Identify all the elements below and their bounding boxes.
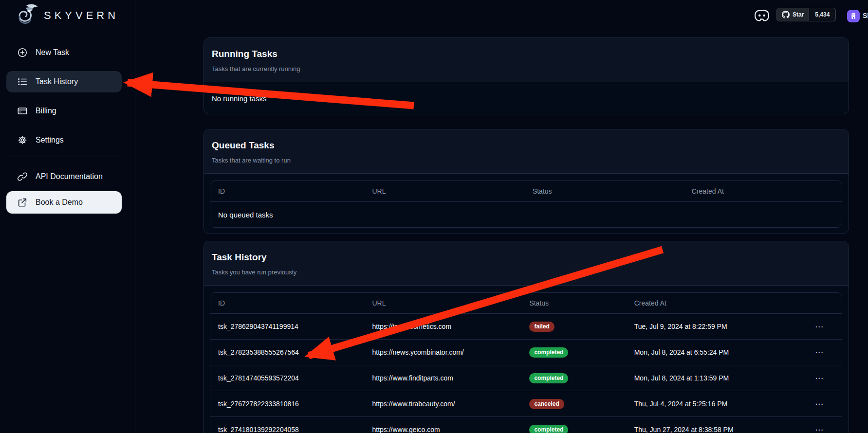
task-status-cell: completed xyxy=(521,373,626,383)
column-header-id: ID xyxy=(210,187,364,195)
running-tasks-title: Running Tasks xyxy=(212,49,841,59)
queued-tasks-title: Queued Tasks xyxy=(212,140,841,151)
gear-icon xyxy=(17,135,28,145)
sidebar-item-label: API Documentation xyxy=(36,172,103,181)
skyvern-app: { "brand": { "name": "SKYVERN" }, "sideb… xyxy=(0,0,868,433)
table-row[interactable]: tsk_278147405593572204https://www.findit… xyxy=(210,365,842,391)
sidebar-nav-main: New TaskTask HistoryBillingSettings xyxy=(6,42,122,159)
sidebar-item-new-task[interactable]: New Task xyxy=(6,42,122,63)
task-history-subtitle: Tasks you have run previously xyxy=(212,269,841,276)
table-row[interactable]: tsk_274180139292204058https://www.geico.… xyxy=(210,416,842,433)
user-name-clipped[interactable]: Sk xyxy=(863,12,868,19)
status-badge: completed xyxy=(529,425,568,433)
github-star-widget[interactable]: Star 5,434 xyxy=(776,8,836,21)
task-created-at-cell: Mon, Jul 8, 2024 at 1:13:59 PM xyxy=(627,374,797,382)
task-created-at-cell: Mon, Jul 8, 2024 at 6:55:24 PM xyxy=(627,348,797,356)
history-table-header-row: IDURLStatusCreated At xyxy=(210,293,842,313)
task-url-cell: https://news.ycombinator.com/ xyxy=(364,348,521,356)
status-badge: completed xyxy=(529,373,568,383)
task-created-at-cell: Thu, Jun 27, 2024 at 8:38:58 PM xyxy=(627,426,797,433)
task-url-cell: https://www.finditparts.com xyxy=(364,374,521,382)
row-actions-button[interactable]: ⋯ xyxy=(797,425,842,433)
column-header-url: URL xyxy=(364,299,521,307)
queued-tasks-subtitle: Tasks that are waiting to run xyxy=(212,157,841,164)
sidebar-item-book-a-demo[interactable]: Book a Demo xyxy=(6,191,122,214)
task-url-cell: https://www.tirabeauty.com/ xyxy=(364,400,521,408)
task-history-title: Task History xyxy=(212,252,841,263)
status-badge: completed xyxy=(529,347,568,358)
sidebar-nav-secondary: API DocumentationBook a Demo xyxy=(6,166,122,217)
status-badge: canceled xyxy=(529,399,564,409)
row-actions-button[interactable]: ⋯ xyxy=(797,322,842,332)
sidebar-item-label: New Task xyxy=(36,48,69,57)
brand-name: SKYVERN xyxy=(44,9,119,22)
github-star-count[interactable]: 5,434 xyxy=(809,8,836,21)
list-icon xyxy=(17,76,28,87)
queued-tasks-header: Queued Tasks Tasks that are waiting to r… xyxy=(204,129,849,174)
user-avatar[interactable] xyxy=(847,10,860,22)
task-history-table: IDURLStatusCreated At tsk_27862904374119… xyxy=(210,292,842,433)
link-icon xyxy=(17,171,28,182)
github-star-label: Star xyxy=(793,11,804,18)
status-badge: failed xyxy=(529,322,554,332)
column-header-id: ID xyxy=(210,299,364,307)
column-header-created-at: Created At xyxy=(684,187,842,195)
sidebar-item-label: Task History xyxy=(36,77,78,86)
history-table-body: tsk_278629043741199914https://tartecosme… xyxy=(210,313,842,433)
running-tasks-header: Running Tasks Tasks that are currently r… xyxy=(204,38,849,82)
sidebar-divider xyxy=(8,157,121,157)
queued-table-header-row: IDURLStatusCreated At xyxy=(210,181,842,201)
task-id-cell: tsk_276727822333810816 xyxy=(210,400,364,408)
github-icon xyxy=(782,11,790,18)
task-url-cell: https://tartecosmetics.com xyxy=(364,323,521,330)
column-header-created-at: Created At xyxy=(627,299,797,307)
task-status-cell: failed xyxy=(521,322,626,332)
running-tasks-card: Running Tasks Tasks that are currently r… xyxy=(203,37,849,114)
queued-tasks-table: IDURLStatusCreated At No queued tasks xyxy=(210,180,842,228)
row-actions-button[interactable]: ⋯ xyxy=(797,399,842,409)
column-header-status: Status xyxy=(521,299,626,307)
sidebar-item-billing[interactable]: Billing xyxy=(6,100,122,122)
external-link-icon xyxy=(17,197,28,208)
plus-circle-icon xyxy=(17,47,28,58)
discord-icon[interactable] xyxy=(755,9,769,22)
queued-tasks-card: Queued Tasks Tasks that are waiting to r… xyxy=(203,129,849,234)
task-id-cell: tsk_278629043741199914 xyxy=(210,323,364,330)
column-header-url: URL xyxy=(364,187,524,195)
building-icon xyxy=(850,12,857,20)
github-star-button[interactable]: Star xyxy=(776,8,809,21)
sidebar-item-settings[interactable]: Settings xyxy=(6,129,122,151)
row-actions-button[interactable]: ⋯ xyxy=(797,373,842,383)
brand-logo[interactable]: SKYVERN xyxy=(14,3,119,28)
dragon-logo-icon xyxy=(14,3,39,28)
table-row[interactable]: tsk_276727822333810816https://www.tirabe… xyxy=(210,391,842,416)
table-row[interactable]: tsk_278235388555267564https://news.ycomb… xyxy=(210,339,842,365)
row-actions-button[interactable]: ⋯ xyxy=(797,347,842,358)
sidebar-item-label: Book a Demo xyxy=(36,198,83,207)
sidebar: SKYVERN New TaskTask HistoryBillingSetti… xyxy=(0,0,135,433)
sidebar-item-api-documentation[interactable]: API Documentation xyxy=(6,166,122,187)
queued-tasks-empty-message: No queued tasks xyxy=(210,201,842,227)
task-status-cell: completed xyxy=(521,347,626,358)
task-history-card: Task History Tasks you have run previous… xyxy=(203,241,849,433)
task-created-at-cell: Tue, Jul 9, 2024 at 8:22:59 PM xyxy=(627,323,797,330)
task-history-header: Task History Tasks you have run previous… xyxy=(204,241,849,286)
task-status-cell: completed xyxy=(521,425,626,433)
task-status-cell: canceled xyxy=(521,399,626,409)
task-created-at-cell: Thu, Jul 4, 2024 at 5:25:16 PM xyxy=(627,400,797,408)
column-header-status: Status xyxy=(525,187,684,195)
task-id-cell: tsk_278235388555267564 xyxy=(210,348,364,356)
sidebar-item-task-history[interactable]: Task History xyxy=(6,71,122,92)
task-id-cell: tsk_274180139292204058 xyxy=(210,426,364,433)
task-id-cell: tsk_278147405593572204 xyxy=(210,374,364,382)
running-tasks-empty-message: No running tasks xyxy=(204,82,849,114)
sidebar-item-label: Settings xyxy=(36,136,64,144)
running-tasks-subtitle: Tasks that are currently running xyxy=(212,65,841,73)
sidebar-item-label: Billing xyxy=(36,107,56,115)
table-row[interactable]: tsk_278629043741199914https://tartecosme… xyxy=(210,313,842,339)
task-url-cell: https://www.geico.com xyxy=(364,426,521,433)
credit-card-icon xyxy=(17,106,28,116)
